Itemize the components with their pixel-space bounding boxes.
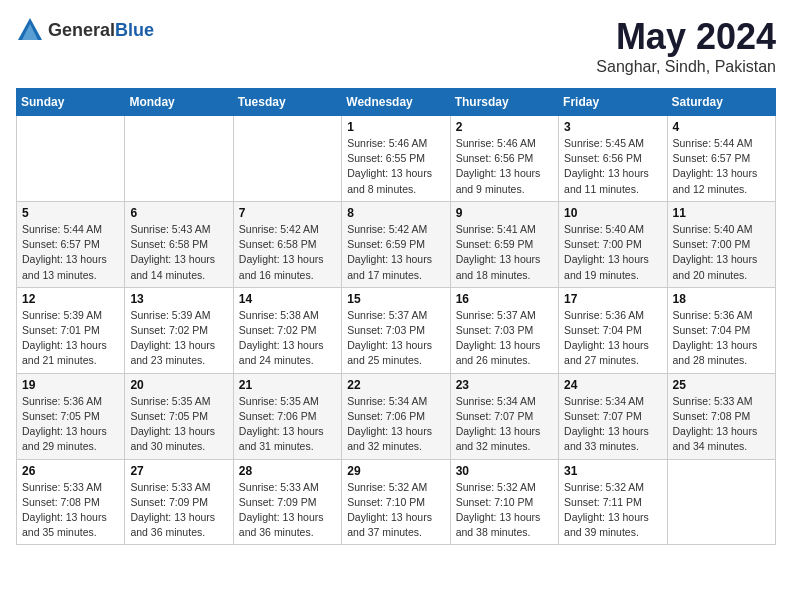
- logo-general: General: [48, 20, 115, 40]
- day-number: 9: [456, 206, 553, 220]
- calendar-cell: 1Sunrise: 5:46 AMSunset: 6:55 PMDaylight…: [342, 116, 450, 202]
- calendar-cell: 27Sunrise: 5:33 AMSunset: 7:09 PMDayligh…: [125, 459, 233, 545]
- day-info: Sunrise: 5:44 AMSunset: 6:57 PMDaylight:…: [673, 136, 770, 197]
- logo-icon: [16, 16, 44, 44]
- calendar-cell: 25Sunrise: 5:33 AMSunset: 7:08 PMDayligh…: [667, 373, 775, 459]
- day-number: 8: [347, 206, 444, 220]
- weekday-header: Friday: [559, 89, 667, 116]
- day-number: 11: [673, 206, 770, 220]
- calendar-week-row: 26Sunrise: 5:33 AMSunset: 7:08 PMDayligh…: [17, 459, 776, 545]
- day-info: Sunrise: 5:39 AMSunset: 7:01 PMDaylight:…: [22, 308, 119, 369]
- weekday-header: Sunday: [17, 89, 125, 116]
- day-number: 25: [673, 378, 770, 392]
- day-number: 18: [673, 292, 770, 306]
- day-info: Sunrise: 5:36 AMSunset: 7:05 PMDaylight:…: [22, 394, 119, 455]
- day-number: 15: [347, 292, 444, 306]
- day-info: Sunrise: 5:41 AMSunset: 6:59 PMDaylight:…: [456, 222, 553, 283]
- day-info: Sunrise: 5:40 AMSunset: 7:00 PMDaylight:…: [673, 222, 770, 283]
- title-block: May 2024 Sanghar, Sindh, Pakistan: [596, 16, 776, 76]
- calendar-subtitle: Sanghar, Sindh, Pakistan: [596, 58, 776, 76]
- calendar-week-row: 12Sunrise: 5:39 AMSunset: 7:01 PMDayligh…: [17, 287, 776, 373]
- calendar-cell: 4Sunrise: 5:44 AMSunset: 6:57 PMDaylight…: [667, 116, 775, 202]
- calendar-cell: 8Sunrise: 5:42 AMSunset: 6:59 PMDaylight…: [342, 201, 450, 287]
- calendar-title: May 2024: [596, 16, 776, 58]
- day-number: 16: [456, 292, 553, 306]
- day-info: Sunrise: 5:46 AMSunset: 6:56 PMDaylight:…: [456, 136, 553, 197]
- day-info: Sunrise: 5:37 AMSunset: 7:03 PMDaylight:…: [456, 308, 553, 369]
- day-info: Sunrise: 5:43 AMSunset: 6:58 PMDaylight:…: [130, 222, 227, 283]
- day-number: 31: [564, 464, 661, 478]
- calendar-cell: 9Sunrise: 5:41 AMSunset: 6:59 PMDaylight…: [450, 201, 558, 287]
- calendar-cell: [17, 116, 125, 202]
- day-number: 19: [22, 378, 119, 392]
- calendar-cell: 24Sunrise: 5:34 AMSunset: 7:07 PMDayligh…: [559, 373, 667, 459]
- day-number: 12: [22, 292, 119, 306]
- calendar-cell: 23Sunrise: 5:34 AMSunset: 7:07 PMDayligh…: [450, 373, 558, 459]
- day-number: 20: [130, 378, 227, 392]
- logo-blue: Blue: [115, 20, 154, 40]
- day-number: 17: [564, 292, 661, 306]
- day-info: Sunrise: 5:33 AMSunset: 7:08 PMDaylight:…: [22, 480, 119, 541]
- day-info: Sunrise: 5:33 AMSunset: 7:09 PMDaylight:…: [130, 480, 227, 541]
- day-info: Sunrise: 5:35 AMSunset: 7:05 PMDaylight:…: [130, 394, 227, 455]
- day-number: 26: [22, 464, 119, 478]
- calendar-cell: 10Sunrise: 5:40 AMSunset: 7:00 PMDayligh…: [559, 201, 667, 287]
- calendar-cell: 14Sunrise: 5:38 AMSunset: 7:02 PMDayligh…: [233, 287, 341, 373]
- day-info: Sunrise: 5:32 AMSunset: 7:10 PMDaylight:…: [347, 480, 444, 541]
- calendar-cell: 11Sunrise: 5:40 AMSunset: 7:00 PMDayligh…: [667, 201, 775, 287]
- day-info: Sunrise: 5:32 AMSunset: 7:11 PMDaylight:…: [564, 480, 661, 541]
- calendar-table: SundayMondayTuesdayWednesdayThursdayFrid…: [16, 88, 776, 545]
- day-number: 21: [239, 378, 336, 392]
- day-number: 2: [456, 120, 553, 134]
- day-number: 10: [564, 206, 661, 220]
- logo: GeneralBlue: [16, 16, 154, 44]
- day-info: Sunrise: 5:36 AMSunset: 7:04 PMDaylight:…: [564, 308, 661, 369]
- day-number: 24: [564, 378, 661, 392]
- day-info: Sunrise: 5:33 AMSunset: 7:09 PMDaylight:…: [239, 480, 336, 541]
- day-info: Sunrise: 5:42 AMSunset: 6:59 PMDaylight:…: [347, 222, 444, 283]
- day-number: 3: [564, 120, 661, 134]
- day-info: Sunrise: 5:34 AMSunset: 7:06 PMDaylight:…: [347, 394, 444, 455]
- calendar-cell: 18Sunrise: 5:36 AMSunset: 7:04 PMDayligh…: [667, 287, 775, 373]
- calendar-cell: 28Sunrise: 5:33 AMSunset: 7:09 PMDayligh…: [233, 459, 341, 545]
- day-number: 23: [456, 378, 553, 392]
- calendar-cell: 6Sunrise: 5:43 AMSunset: 6:58 PMDaylight…: [125, 201, 233, 287]
- weekday-header: Saturday: [667, 89, 775, 116]
- calendar-cell: 16Sunrise: 5:37 AMSunset: 7:03 PMDayligh…: [450, 287, 558, 373]
- day-number: 7: [239, 206, 336, 220]
- logo-text: GeneralBlue: [48, 20, 154, 41]
- calendar-cell: 3Sunrise: 5:45 AMSunset: 6:56 PMDaylight…: [559, 116, 667, 202]
- day-number: 6: [130, 206, 227, 220]
- calendar-cell: [125, 116, 233, 202]
- weekday-header-row: SundayMondayTuesdayWednesdayThursdayFrid…: [17, 89, 776, 116]
- day-number: 14: [239, 292, 336, 306]
- calendar-cell: 20Sunrise: 5:35 AMSunset: 7:05 PMDayligh…: [125, 373, 233, 459]
- calendar-cell: 13Sunrise: 5:39 AMSunset: 7:02 PMDayligh…: [125, 287, 233, 373]
- calendar-cell: 30Sunrise: 5:32 AMSunset: 7:10 PMDayligh…: [450, 459, 558, 545]
- calendar-cell: 7Sunrise: 5:42 AMSunset: 6:58 PMDaylight…: [233, 201, 341, 287]
- day-info: Sunrise: 5:34 AMSunset: 7:07 PMDaylight:…: [456, 394, 553, 455]
- calendar-cell: [667, 459, 775, 545]
- calendar-week-row: 5Sunrise: 5:44 AMSunset: 6:57 PMDaylight…: [17, 201, 776, 287]
- day-number: 13: [130, 292, 227, 306]
- page-header: GeneralBlue May 2024 Sanghar, Sindh, Pak…: [16, 16, 776, 76]
- day-info: Sunrise: 5:44 AMSunset: 6:57 PMDaylight:…: [22, 222, 119, 283]
- weekday-header: Wednesday: [342, 89, 450, 116]
- calendar-cell: 15Sunrise: 5:37 AMSunset: 7:03 PMDayligh…: [342, 287, 450, 373]
- calendar-cell: 2Sunrise: 5:46 AMSunset: 6:56 PMDaylight…: [450, 116, 558, 202]
- day-info: Sunrise: 5:42 AMSunset: 6:58 PMDaylight:…: [239, 222, 336, 283]
- calendar-cell: 17Sunrise: 5:36 AMSunset: 7:04 PMDayligh…: [559, 287, 667, 373]
- calendar-week-row: 19Sunrise: 5:36 AMSunset: 7:05 PMDayligh…: [17, 373, 776, 459]
- day-info: Sunrise: 5:40 AMSunset: 7:00 PMDaylight:…: [564, 222, 661, 283]
- day-info: Sunrise: 5:46 AMSunset: 6:55 PMDaylight:…: [347, 136, 444, 197]
- day-info: Sunrise: 5:37 AMSunset: 7:03 PMDaylight:…: [347, 308, 444, 369]
- day-info: Sunrise: 5:33 AMSunset: 7:08 PMDaylight:…: [673, 394, 770, 455]
- day-number: 28: [239, 464, 336, 478]
- calendar-cell: 31Sunrise: 5:32 AMSunset: 7:11 PMDayligh…: [559, 459, 667, 545]
- weekday-header: Tuesday: [233, 89, 341, 116]
- day-number: 1: [347, 120, 444, 134]
- day-number: 30: [456, 464, 553, 478]
- calendar-week-row: 1Sunrise: 5:46 AMSunset: 6:55 PMDaylight…: [17, 116, 776, 202]
- weekday-header: Thursday: [450, 89, 558, 116]
- day-info: Sunrise: 5:35 AMSunset: 7:06 PMDaylight:…: [239, 394, 336, 455]
